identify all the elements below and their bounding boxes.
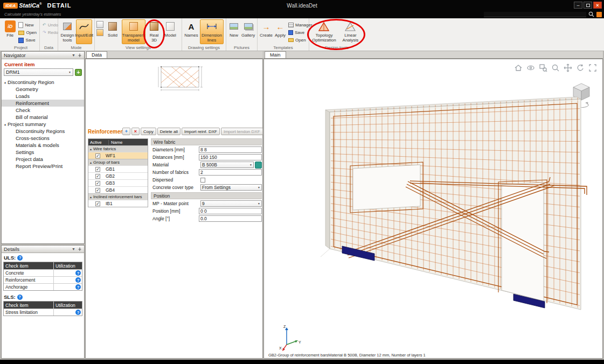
navigator-pin-icon[interactable]: [78, 53, 82, 58]
material-select[interactable]: B 500B▼: [200, 162, 254, 168]
stress-limitation-help-icon[interactable]: ?: [75, 310, 81, 315]
tab-data[interactable]: Data: [86, 51, 107, 58]
idea-help-icon[interactable]: [596, 12, 602, 17]
file-button[interactable]: iD File: [4, 19, 16, 44]
active-checkbox[interactable]: ✓: [95, 167, 100, 172]
edit-material-button[interactable]: [255, 162, 262, 169]
picture-new-button[interactable]: New: [228, 19, 240, 44]
close-button[interactable]: ×: [593, 2, 602, 9]
tree-item-materials-models[interactable]: Materials & models: [2, 142, 84, 149]
position-input[interactable]: [199, 208, 262, 214]
active-checkbox[interactable]: ✓: [95, 153, 100, 158]
concrete-cover-select[interactable]: From Settings▼: [200, 184, 262, 191]
solid-button[interactable]: Solid: [105, 19, 121, 44]
details-pin-icon[interactable]: [78, 247, 82, 251]
anchorage-help-icon[interactable]: ?: [75, 284, 81, 290]
active-checkbox[interactable]: ✓: [95, 201, 100, 206]
create-arrow-icon: →: [261, 21, 272, 32]
import-reinf-dxf-button[interactable]: Import reinf. DXF: [182, 128, 220, 135]
main-viewport[interactable]: Z Y X GB2-Group of reinforcement barsMat…: [263, 59, 603, 359]
redo-button[interactable]: ↷Redo: [41, 29, 59, 36]
diameters-input[interactable]: [199, 146, 262, 153]
rotate-icon[interactable]: [576, 64, 585, 72]
list-group-wire-fabrics[interactable]: ▴Wire fabrics: [88, 145, 148, 152]
list-item-gb4[interactable]: ✓GB4: [88, 186, 148, 193]
active-checkbox[interactable]: ✓: [95, 188, 100, 193]
navigator-header[interactable]: Navigator ▼: [2, 52, 84, 59]
tree-item-geometry[interactable]: Geometry: [2, 86, 84, 93]
reinforcement-help-icon[interactable]: ?: [75, 277, 81, 283]
save-button[interactable]: Save: [17, 37, 38, 44]
dispersed-checkbox[interactable]: [200, 178, 205, 183]
tab-main[interactable]: Main: [265, 51, 286, 58]
details-collapse-icon[interactable]: ▼: [72, 247, 75, 251]
zoom-window-icon[interactable]: [539, 64, 547, 72]
uls-help-icon[interactable]: ?: [17, 255, 23, 261]
list-group-group-of-bars[interactable]: ▴Group of bars: [88, 159, 148, 165]
template-apply-button[interactable]: → Apply: [274, 19, 286, 44]
search-icon[interactable]: [588, 11, 594, 17]
transparent-model-button[interactable]: Transparent model: [122, 19, 145, 44]
minimize-button[interactable]: –: [574, 2, 582, 9]
distances-input[interactable]: [199, 154, 262, 160]
tree-item-report-preview-print[interactable]: Report Preview/Print: [2, 163, 84, 170]
list-item-gb2[interactable]: ✓GB2: [88, 172, 148, 179]
tree-item-loads[interactable]: Loads: [2, 93, 84, 100]
active-checkbox[interactable]: ✓: [95, 174, 100, 179]
import-tendon-dxf-button[interactable]: Import tendon DXF: [221, 128, 263, 135]
tree-item-discontinuity-regions[interactable]: Discontinuity Regions: [2, 128, 84, 135]
delete-reinforcement-button[interactable]: ×: [131, 128, 140, 135]
view-direction-icon[interactable]: [526, 64, 535, 72]
names-button[interactable]: A Names: [184, 19, 199, 44]
concrete-help-icon[interactable]: ?: [75, 270, 81, 276]
list-group-inclined-bars[interactable]: ▴Inclined reinforcement bars: [88, 193, 148, 200]
fit-view-icon[interactable]: [588, 64, 597, 72]
tree-group-project-summary[interactable]: ▴Project summary: [2, 121, 84, 128]
maximize-button[interactable]: [584, 2, 592, 9]
delete-all-button[interactable]: Delete all: [157, 128, 180, 135]
template-create-button[interactable]: → Create: [259, 19, 273, 44]
details-header[interactable]: Details ▼: [2, 246, 84, 253]
design-tools-button[interactable]: Design tools: [60, 19, 75, 44]
master-point-select[interactable]: 9▼: [200, 200, 262, 207]
pan-icon[interactable]: [564, 64, 572, 72]
sls-help-icon[interactable]: ?: [17, 295, 23, 300]
add-reinforcement-button[interactable]: +: [122, 128, 130, 135]
real-3d-button[interactable]: Real 3D: [147, 19, 162, 44]
tree-item-reinforcement[interactable]: Reinforcement: [2, 100, 84, 107]
view-option-icon-bottom[interactable]: [96, 29, 103, 36]
tree-item-project-data[interactable]: Project data: [2, 156, 84, 163]
dimension-lines-button[interactable]: Dimension lines: [200, 19, 224, 44]
tree-group-discontinuity-region[interactable]: ▴Discontinuity Region: [2, 79, 84, 86]
list-item-ib1[interactable]: ✓IB1: [88, 200, 148, 207]
transparent-cube-icon: [129, 22, 138, 31]
list-item-wf1[interactable]: ✓WF1: [88, 152, 148, 159]
tree-item-bill-of-material[interactable]: Bill of material: [2, 114, 84, 121]
view-option-icon-top[interactable]: [96, 21, 103, 28]
list-item-gb3[interactable]: ✓GB3: [88, 179, 148, 186]
linear-analysis-button[interactable]: Linear Analysis: [338, 19, 363, 44]
mp-value: 9: [202, 201, 205, 206]
tree-item-settings[interactable]: Settings: [2, 149, 84, 156]
tree-item-check[interactable]: Check: [2, 107, 84, 114]
gallery-button[interactable]: Gallery: [241, 19, 255, 44]
model-button[interactable]: Model: [163, 19, 178, 44]
zoom-icon[interactable]: [551, 64, 560, 72]
topology-optimization-button[interactable]: Topology Optimization: [311, 19, 337, 44]
undo-button[interactable]: ↶Undo: [41, 22, 59, 29]
list-item-gb1[interactable]: ✓GB1: [88, 165, 148, 172]
home-view-icon[interactable]: [514, 64, 523, 72]
number-of-fabrics-input[interactable]: [199, 169, 262, 176]
search-input[interactable]: [484, 12, 586, 17]
copy-button[interactable]: Copy: [141, 128, 156, 135]
wall-3d-view[interactable]: [321, 94, 595, 320]
current-item-select[interactable]: DRM1 ▼: [4, 68, 73, 76]
angle-input[interactable]: [199, 215, 262, 222]
new-button[interactable]: New: [17, 22, 38, 29]
active-checkbox[interactable]: ✓: [95, 181, 100, 186]
open-button[interactable]: Open: [17, 29, 38, 36]
add-item-button[interactable]: +: [75, 69, 82, 76]
input-edit-button[interactable]: Input/Edit: [76, 19, 92, 44]
navigator-collapse-icon[interactable]: ▼: [72, 53, 75, 57]
tree-item-cross-sections[interactable]: Cross-sections: [2, 135, 84, 142]
